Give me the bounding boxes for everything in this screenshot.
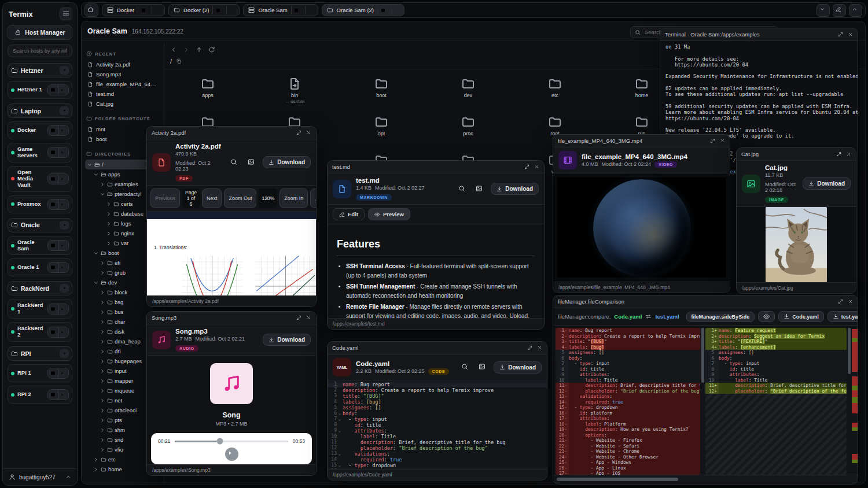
chevron-down-icon[interactable] [60,106,69,115]
file-manager-button[interactable] [48,327,58,337]
window-titlebar[interactable]: file_example_MP4_640_3MG.mp4 [553,135,730,147]
view-mode-button[interactable] [476,361,489,374]
tab-oracle-sam-2[interactable]: Oracle Sam (2) [322,4,404,16]
tab-oracle-sam[interactable]: Oracle Sam [243,4,318,16]
close-icon[interactable] [306,315,311,320]
visibility-button[interactable] [758,311,775,322]
file-item[interactable]: test.md [85,89,160,99]
folder-item[interactable]: dev [425,73,512,111]
expand-icon[interactable] [838,32,843,37]
host-group-rpi[interactable]: RPI [8,346,72,361]
window-titlebar[interactable]: Terminal · Oracle Sam:/apps/examples [660,28,858,41]
diff-left-pane[interactable]: 1-name: Bug report2-description: Create … [556,328,700,475]
host-item-oracle-1[interactable]: Oracle 1 [8,258,72,276]
search-in-file-button[interactable] [228,156,241,169]
play-button[interactable] [225,448,238,461]
download-pdf-button[interactable]: Download [310,188,316,208]
terminal-button[interactable] [58,85,68,95]
diff-horizontal-scrollbar[interactable] [553,475,858,484]
host-manager-button[interactable]: Host Manager [8,25,72,40]
close-icon[interactable] [848,299,853,304]
host-search[interactable] [8,45,72,57]
close-icon[interactable] [305,6,315,14]
window-titlebar[interactable]: test.md [328,161,544,173]
tab-list-button[interactable] [816,4,830,17]
file-manager-button[interactable] [48,263,58,272]
download-button[interactable]: Download [263,334,311,346]
download-right-button[interactable]: test.yaml [827,311,858,322]
file-manager-button[interactable] [48,199,58,209]
expand-icon[interactable] [710,138,715,143]
terminal-button[interactable] [58,390,68,400]
file-item[interactable]: Cat.jpg [85,99,160,109]
host-item-docker[interactable]: Docker [8,121,72,139]
folder-item[interactable]: proc [425,111,512,149]
window-titlebar[interactable]: fileManager.fileComparison [553,295,858,308]
terminal-button[interactable] [58,327,68,337]
search-in-file-button[interactable] [456,183,469,195]
close-icon[interactable] [537,345,542,350]
terminal-button[interactable] [58,147,68,157]
close-icon[interactable] [846,151,851,157]
edit-tab[interactable]: Edit [333,208,365,220]
breadcrumb-path[interactable]: / [170,58,172,65]
host-item-racknerd-2[interactable]: RackNerd 2 [8,322,72,342]
file-manager-button[interactable] [48,147,58,157]
window-titlebar[interactable]: Activity 2a.pdf [147,127,316,139]
folder-item[interactable]: boot [338,73,425,111]
zoom-in-button[interactable]: Zoom In [279,188,308,208]
seek-thumb[interactable] [217,438,223,445]
host-item-proxmox[interactable]: Proxmox [8,195,72,213]
file-item[interactable]: file_example_MP4_640_3MG.mp4 [85,79,160,89]
file-manager-button[interactable] [48,174,58,184]
host-group-racknerd[interactable]: RackNerd [8,281,72,295]
split-view-icon[interactable] [291,6,301,14]
split-view-icon[interactable] [212,6,223,14]
file-manager-button[interactable] [48,125,58,135]
host-item-racknerd-1[interactable]: RackNerd 1 [8,299,72,319]
terminal-button[interactable] [58,125,68,135]
host-item-rpi-1[interactable]: RPI 1 [8,364,72,382]
close-icon[interactable] [306,130,311,135]
home-button[interactable] [84,3,98,17]
file-item[interactable]: Song.mp3 [85,69,160,79]
host-item-oracle-sam[interactable]: Oracle Sam [8,236,72,256]
host-group-hetzner[interactable]: Hetzner [8,63,72,77]
next-page-button[interactable]: Next [202,188,222,208]
download-button[interactable]: Download [494,361,542,374]
preview-tab[interactable]: Preview [368,208,410,220]
expand-icon[interactable] [527,345,532,350]
expand-icon[interactable] [296,315,301,320]
swap-icon[interactable] [645,313,652,320]
forward-icon[interactable] [183,46,190,53]
download-left-button[interactable]: Code.yaml [778,311,824,322]
user-bar[interactable]: bugattiguy527 [3,468,77,485]
expand-icon[interactable] [838,299,843,304]
host-item-open-media-vault[interactable]: Open Media Vault [8,166,72,192]
diff-right-pane[interactable]: 1+name: Feature request2+description: Su… [705,328,847,475]
host-item-rpi-2[interactable]: RPI 2 [8,386,72,404]
download-button[interactable]: Download [263,156,311,168]
file-manager-button[interactable] [48,304,58,314]
markdown-preview[interactable]: Features SSH Terminal Access - Full-feat… [328,224,544,318]
close-icon[interactable] [534,164,539,169]
file-manager-button[interactable] [48,368,58,378]
tab-docker-2[interactable]: Docker (2) [168,4,240,16]
previous-page-button[interactable]: Previous [150,188,180,208]
zoom-out-button[interactable]: Zoom Out [224,188,256,208]
pdf-page-view[interactable]: 1. Translations: [147,212,316,295]
close-icon[interactable] [391,6,402,14]
folder-item[interactable]: etc [512,73,598,111]
terminal-button[interactable] [58,368,68,378]
view-mode-button[interactable] [245,156,258,169]
folder-item[interactable]: bin→ usr/bin [251,73,338,111]
terminal-button[interactable] [58,263,68,272]
host-item-hetzner-1[interactable]: Hetzner 1 [8,81,72,99]
window-titlebar[interactable]: Cat.jpg [737,148,856,161]
file-manager-button[interactable] [48,390,58,400]
diff-minimap[interactable] [852,328,858,475]
file-manager-button[interactable] [48,241,58,250]
view-mode-button[interactable] [473,183,486,195]
split-view-icon[interactable] [138,6,148,14]
folder-item[interactable]: apps [164,73,251,111]
